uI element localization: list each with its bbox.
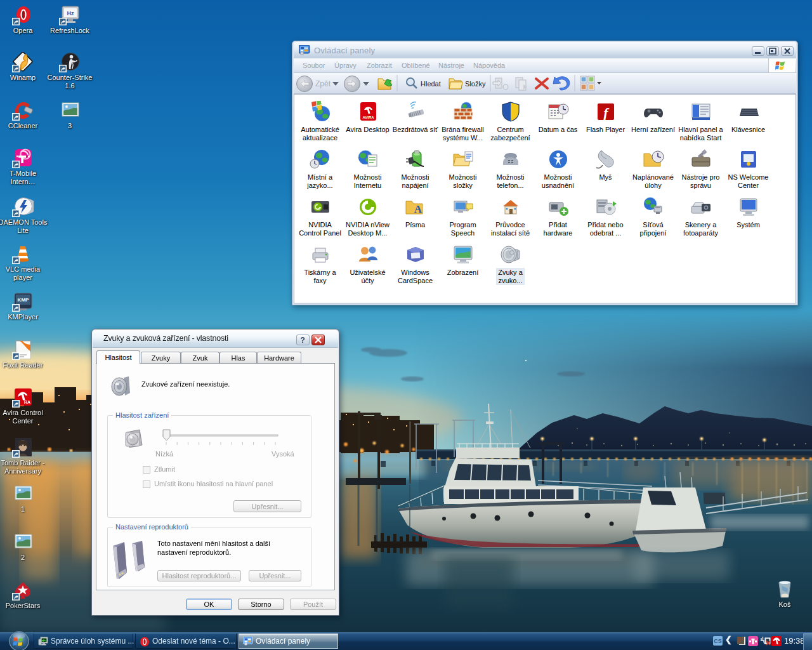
svg-text:Zpět: Zpět [315,79,331,88]
svg-text:Složky: Složky [465,80,486,88]
svg-text:?: ? [300,336,304,344]
svg-text:AVIRA: AVIRA [362,116,374,119]
svg-text:KMP: KMP [18,297,29,303]
svg-text:Hz: Hz [67,10,74,17]
svg-text:CS: CS [714,638,722,644]
svg-text:RA: RA [24,400,30,404]
svg-text:A: A [414,203,422,215]
svg-text:Hledat: Hledat [421,80,441,88]
